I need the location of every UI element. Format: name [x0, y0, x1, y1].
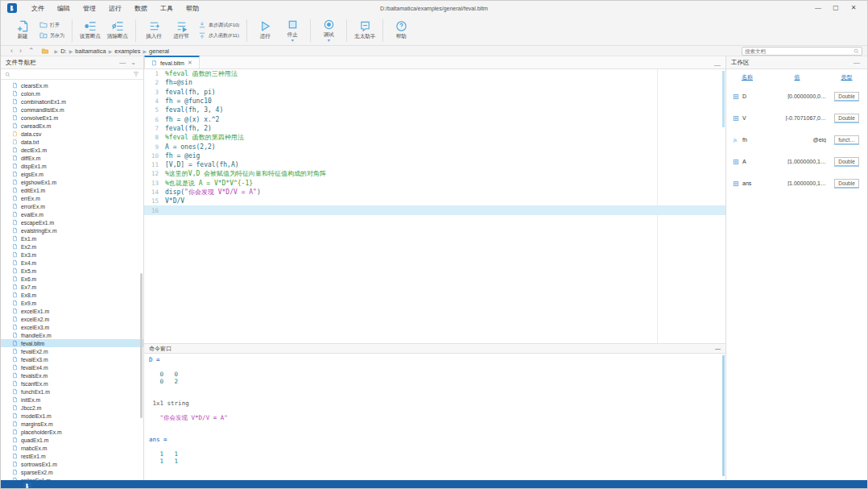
file-item[interactable]: initEx.m: [1, 396, 143, 404]
file-item[interactable]: sortrowsEx1.m: [1, 460, 143, 468]
back-button[interactable]: ‹: [7, 47, 16, 55]
file-item[interactable]: data.txt: [1, 138, 143, 146]
insert-line-button[interactable]: 插入行: [140, 17, 167, 44]
breadcrumb-segment-1[interactable]: baltamatica: [75, 48, 105, 55]
taskbar-app-logo-icon[interactable]: [23, 482, 31, 489]
workspace-row[interactable]: ans[1.0000000,1…Double: [726, 172, 867, 194]
menu-item-4[interactable]: 数据: [128, 2, 154, 15]
file-item[interactable]: quadEx1.m: [1, 436, 143, 444]
file-item[interactable]: clearsEx.m: [1, 81, 143, 89]
breakpoint-clear-button[interactable]: 清除断点: [104, 17, 131, 44]
file-item[interactable]: Ex9.m: [1, 299, 143, 307]
menu-item-3[interactable]: 运行: [102, 2, 128, 15]
doc-search-input[interactable]: [745, 48, 854, 54]
folder-open-button[interactable]: 打开: [39, 21, 64, 29]
menu-item-1[interactable]: 编辑: [51, 2, 76, 15]
run-section-button[interactable]: 运行节: [167, 17, 195, 44]
file-item[interactable]: commandlistEx.m: [1, 106, 143, 114]
file-item[interactable]: funchEx1.m: [1, 387, 143, 396]
file-item[interactable]: escapeEx1.m: [1, 218, 143, 226]
file-item[interactable]: fscanfEx.m: [1, 379, 143, 387]
collapse-editor-icon[interactable]: —: [709, 61, 725, 68]
file-item[interactable]: eigshowEx1.m: [1, 178, 143, 186]
menu-item-6[interactable]: 帮助: [180, 2, 205, 15]
menu-item-5[interactable]: 工具: [154, 2, 180, 15]
menu-item-2[interactable]: 管理: [76, 2, 102, 15]
file-item[interactable]: dispEx1.m: [1, 162, 143, 170]
workspace-row[interactable]: fxfh@eigfunct…: [726, 129, 867, 151]
file-item[interactable]: errorEx.m: [1, 202, 143, 210]
close-tab-icon[interactable]: ✕: [188, 60, 192, 66]
file-item[interactable]: fevalEx2.m: [1, 347, 143, 355]
play-button[interactable]: 运行: [251, 17, 279, 44]
file-item[interactable]: feval.bltm: [1, 339, 143, 347]
file-item[interactable]: Ex4.m: [1, 259, 143, 267]
file-item[interactable]: diffEx.m: [1, 154, 143, 162]
collapse-workspace-icon[interactable]: —: [851, 59, 862, 66]
chevron-down-icon[interactable]: ⌄: [128, 59, 138, 66]
file-item[interactable]: editEx1.m: [1, 186, 143, 194]
file-item[interactable]: Jbcc2.m: [1, 404, 143, 412]
assistant-button[interactable]: 北太助手: [351, 17, 378, 44]
file-item[interactable]: placeholderEx.m: [1, 428, 143, 436]
workspace-row[interactable]: V[-0.7071067,0…Double: [726, 107, 867, 129]
file-item[interactable]: fevalsEx.m: [1, 371, 143, 379]
file-filter-input[interactable]: [14, 72, 130, 77]
command-window[interactable]: D = 0 0 0 2 1x1 string "你会发现 V*D/V = A" …: [144, 354, 725, 480]
forward-button[interactable]: ›: [16, 47, 25, 55]
breadcrumb-segment-2[interactable]: examples: [114, 48, 140, 55]
maximize-button[interactable]: ▢: [827, 1, 845, 14]
doc-new-button[interactable]: 新建: [9, 17, 36, 44]
file-item[interactable]: dectEx1.m: [1, 146, 143, 154]
file-item[interactable]: fhandleEx.m: [1, 331, 143, 339]
file-item[interactable]: Ex7.m: [1, 283, 143, 291]
collapse-icon[interactable]: —: [117, 59, 128, 66]
file-item[interactable]: Ex6.m: [1, 275, 143, 283]
breadcrumb-segment-0[interactable]: D:: [60, 48, 67, 55]
file-item[interactable]: errEx.m: [1, 194, 143, 202]
file-item[interactable]: excelEx2.m: [1, 315, 143, 323]
file-item[interactable]: evalEx.m: [1, 210, 143, 218]
up-button[interactable]: ⌃: [25, 47, 38, 55]
folder-save-button[interactable]: 另存为: [39, 31, 64, 39]
file-item[interactable]: eigsEx.m: [1, 170, 143, 178]
workspace-column-1[interactable]: 值: [768, 73, 826, 81]
stop-button[interactable]: 停止▾: [279, 17, 306, 44]
doc-search-box[interactable]: [742, 47, 862, 56]
help-button[interactable]: 帮助: [387, 17, 415, 44]
workspace-column-2[interactable]: 类型: [826, 73, 867, 81]
step-in-button[interactable]: 单步调试(F10): [198, 21, 239, 29]
tab-feval[interactable]: feval.bltm ✕: [144, 56, 200, 68]
file-filter-box[interactable]: [1, 69, 143, 80]
file-item[interactable]: colon.m: [1, 89, 143, 97]
file-item[interactable]: modelEx1.m: [1, 412, 143, 420]
file-item[interactable]: Ex8.m: [1, 291, 143, 299]
file-item[interactable]: splineEx1.m: [1, 476, 143, 480]
file-item[interactable]: excelEx1.m: [1, 307, 143, 315]
code-editor[interactable]: 1%feval 函数的三种用法2fh=@sin3feval(fh, pi)4fh…: [144, 69, 725, 343]
breakpoint-set-button[interactable]: 设置断点: [76, 17, 104, 44]
file-item[interactable]: marginsEx.m: [1, 420, 143, 428]
workspace-column-0[interactable]: 名称: [726, 73, 768, 81]
file-item[interactable]: Ex3.m: [1, 251, 143, 259]
collapse-cmd-icon[interactable]: —: [715, 346, 721, 351]
close-button[interactable]: ✕: [845, 1, 862, 14]
file-item[interactable]: combinationEx1.m: [1, 97, 143, 106]
breadcrumb-segment-3[interactable]: general: [149, 48, 169, 55]
file-item[interactable]: rnabcEx.m: [1, 444, 143, 452]
file-item[interactable]: fevalEx4.m: [1, 363, 143, 371]
file-item[interactable]: convolveEx1.m: [1, 114, 143, 122]
file-item[interactable]: Ex5.m: [1, 267, 143, 275]
command-scrollbar[interactable]: [722, 355, 725, 476]
step-out-button[interactable]: 步入函数(F11): [198, 31, 239, 39]
workspace-row[interactable]: A[1.0000000,1…Double: [726, 151, 867, 172]
file-item[interactable]: excelEx3.m: [1, 323, 143, 331]
file-item[interactable]: sparseEx2.m: [1, 468, 143, 476]
sidebar-scrollbar[interactable]: [140, 273, 143, 418]
file-item[interactable]: restEx1.m: [1, 452, 143, 460]
file-item[interactable]: evalstringEx.m: [1, 226, 143, 234]
file-item[interactable]: cwreadEx.m: [1, 122, 143, 130]
minimize-button[interactable]: —: [809, 1, 827, 14]
file-item[interactable]: fevalEx3.m: [1, 355, 143, 363]
file-item[interactable]: Ex2.m: [1, 242, 143, 251]
